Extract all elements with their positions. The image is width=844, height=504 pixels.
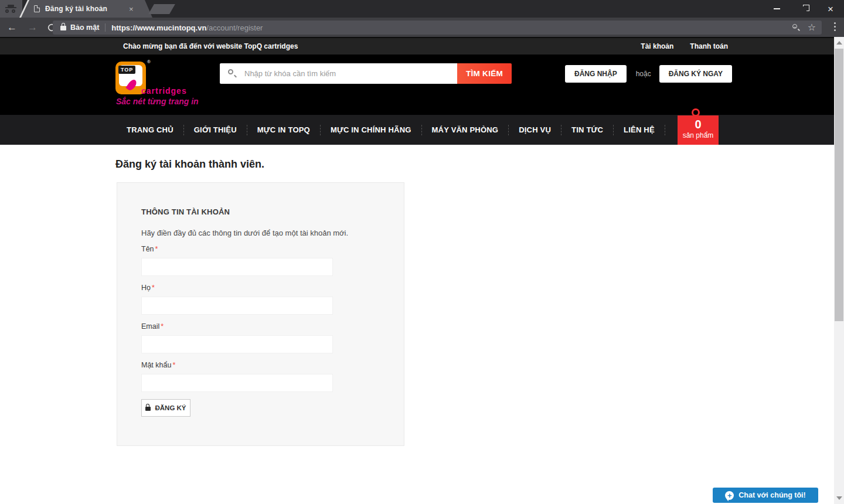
search-button[interactable]: TÌM KIẾM (457, 63, 512, 84)
login-button[interactable]: ĐĂNG NHẬP (565, 65, 627, 83)
site-header: TOP ® cartridges Sắc nét từng trang in T… (0, 55, 844, 115)
nav-separator (561, 125, 561, 135)
restore-button[interactable] (790, 0, 817, 18)
required-asterisk: * (155, 245, 158, 253)
page-title: Đăng ký tài khoản thành viên. (115, 158, 264, 171)
register-now-button[interactable]: ĐĂNG KÝ NGAY (659, 65, 732, 83)
lock-icon (60, 26, 66, 30)
first-name-label: Tên* (141, 245, 404, 253)
scroll-down-icon[interactable] (836, 496, 842, 500)
web-page: Chào mừng bạn đã đến với website TopQ ca… (0, 37, 844, 504)
account-link[interactable]: Tài khoản (641, 42, 673, 50)
new-tab-button[interactable] (148, 4, 175, 14)
first-name-field-group: Tên* (141, 245, 404, 276)
form-section-title: THÔNG TIN TÀI KHOẢN (141, 207, 404, 216)
required-asterisk: * (152, 284, 155, 292)
search-bar: TÌM KIẾM (220, 63, 512, 84)
zoom-icon[interactable] (792, 24, 799, 31)
checkout-link[interactable]: Thanh toán (690, 42, 728, 50)
email-label: Email* (141, 322, 404, 331)
forward-icon: → (28, 22, 38, 32)
search-icon (228, 69, 236, 77)
security-label: Bảo mật (70, 23, 99, 32)
last-name-input[interactable] (141, 297, 333, 315)
url-divider (105, 23, 106, 32)
nav-separator (613, 125, 614, 135)
url-path: /account/register (206, 23, 263, 32)
nav-separator (247, 125, 247, 135)
password-input[interactable] (141, 374, 333, 392)
welcome-text: Chào mừng bạn đã đến với website TopQ ca… (123, 42, 298, 50)
last-name-label: Họ* (141, 284, 404, 292)
nav-separator (183, 125, 184, 135)
nav-separator (421, 125, 422, 135)
cart-bag-icon (692, 108, 700, 117)
browser-tab[interactable]: Đăng ký tài khoản × (21, 0, 152, 18)
nav-item-services[interactable]: DỊCH VỤ (519, 125, 551, 134)
welcome-bar: Chào mừng bạn đã đến với website TopQ ca… (0, 37, 844, 55)
nav-separator (508, 125, 509, 135)
browser-toolbar: ← → Bảo mật https://www.mucintopq.vn/acc… (0, 18, 844, 37)
cart-button[interactable]: 0 sản phẩm (678, 115, 719, 145)
scrollbar-thumb[interactable] (835, 49, 843, 321)
scroll-up-icon[interactable] (836, 41, 842, 45)
cart-count: 0 (678, 117, 719, 131)
required-asterisk: * (161, 322, 164, 331)
last-name-field-group: Họ* (141, 284, 404, 315)
email-field-group: Email* (141, 322, 404, 353)
back-icon[interactable]: ← (7, 22, 17, 32)
page-scrollbar[interactable] (834, 37, 844, 504)
register-form-panel: THÔNG TIN TÀI KHOẢN Hãy điền đầy đủ các … (117, 182, 404, 446)
nav-item-home[interactable]: TRANG CHỦ (127, 125, 173, 134)
logo-cartridges-text: cartridges (141, 86, 187, 96)
close-button[interactable]: × (817, 0, 844, 18)
url-domain: https://www.mucintopq.vn (111, 23, 206, 32)
password-field-group: Mật khẩu* (141, 361, 404, 392)
site-logo[interactable]: TOP ® cartridges Sắc nét từng trang in (115, 60, 198, 112)
registered-mark: ® (147, 59, 151, 64)
chat-widget-button[interactable]: Chat với chúng tôi! (713, 488, 818, 503)
or-label: hoặc (636, 70, 651, 78)
browser-menu-icon[interactable] (834, 22, 836, 31)
nav-item-about[interactable]: GIỚI THIỆU (194, 125, 237, 134)
logo-tagline: Sắc nét từng trang in (116, 97, 199, 106)
nav-item-contact[interactable]: LIÊN HỆ (624, 125, 655, 134)
password-label: Mật khẩu* (141, 361, 404, 369)
bookmark-star-icon[interactable]: ☆ (808, 23, 816, 32)
window-controls: × (763, 0, 844, 18)
nav-separator (320, 125, 321, 135)
nav-item-news[interactable]: TIN TỨC (571, 125, 603, 134)
chat-label: Chat với chúng tôi! (738, 491, 805, 499)
address-bar[interactable]: Bảo mật https://www.mucintopq.vn/account… (53, 21, 822, 35)
chat-bubble-icon (725, 491, 734, 500)
minimize-button[interactable] (763, 0, 790, 18)
nav-separator (665, 125, 665, 135)
search-input[interactable] (220, 63, 457, 84)
page-icon (34, 5, 40, 12)
incognito-corner (0, 0, 22, 18)
cart-label: sản phẩm (678, 131, 719, 139)
incognito-icon (5, 5, 18, 13)
browser-window: Đăng ký tài khoản × × ← → Bảo mật https:… (0, 0, 844, 504)
auth-buttons: ĐĂNG NHẬP hoặc ĐĂNG KÝ NGAY (565, 65, 732, 83)
email-input[interactable] (141, 335, 333, 353)
tab-close-icon[interactable]: × (129, 5, 134, 13)
nav-item-topq-ink[interactable]: MỰC IN TOPQ (257, 125, 310, 134)
nav-item-genuine-ink[interactable]: MỰC IN CHÍNH HÃNG (331, 125, 411, 134)
tab-title: Đăng ký tài khoản (45, 5, 124, 13)
first-name-input[interactable] (141, 258, 333, 276)
required-asterisk: * (172, 361, 175, 369)
lock-icon (145, 407, 151, 411)
form-description: Hãy điền đầy đủ các thông tin dưới để tạ… (141, 229, 404, 237)
register-submit-button[interactable]: ĐĂNG KÝ (141, 399, 190, 417)
tab-strip: Đăng ký tài khoản × × (0, 0, 844, 18)
nav-item-office-machines[interactable]: MÁY VĂN PHÒNG (432, 125, 499, 134)
